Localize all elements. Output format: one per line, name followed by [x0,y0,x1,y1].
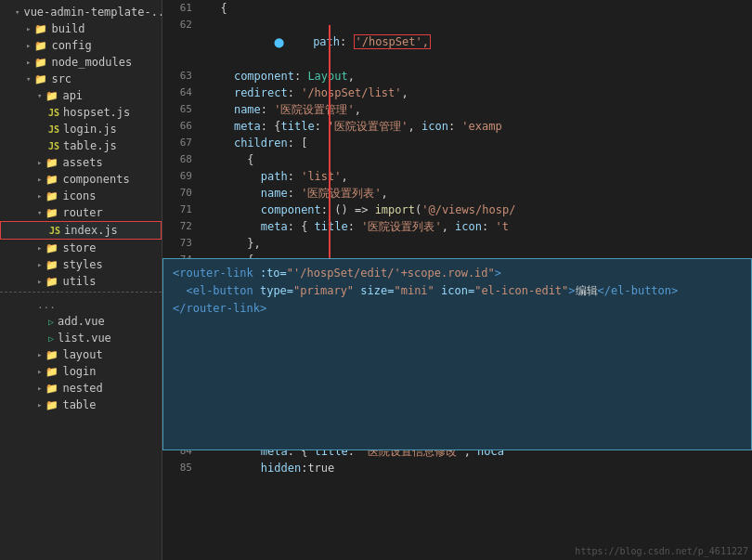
file-label: hospset.js [63,106,130,119]
sidebar-item-config[interactable]: ▸ 📁 config [0,37,162,54]
file-explorer: ▾ vue-admin-template-... ▸ 📁 build ▸ 📁 c… [0,0,162,560]
folder-label: api [62,89,83,102]
folder-label: store [62,241,96,254]
code-line-68: 68 { [162,151,752,168]
chevron-right-icon: ▸ [26,58,31,67]
sidebar-item-views[interactable]: ... [0,297,162,313]
folder-label: node_modules [51,56,132,69]
code-area-top: 61 { 62 ⬤ path: '/hospSet', 63 component… [162,0,752,560]
chevron-right-icon: ▸ [37,367,42,376]
code-line-69: 69 path: 'list', [162,168,752,185]
folder-icon: 📁 [45,276,58,288]
code-line-70: 70 name: '医院设置列表', [162,185,752,202]
tooltip-line-3: </router-link> [173,300,742,318]
chevron-right-icon: ▸ [37,277,42,286]
sidebar-item-node-modules[interactable]: ▸ 📁 node_modules [0,54,162,71]
sidebar-item-styles[interactable]: ▸ 📁 styles [0,256,162,273]
code-line-72: 72 meta: { title: '医院设置列表', icon: 't [162,218,752,235]
sidebar-item-assets[interactable]: ▸ 📁 assets [0,154,162,171]
folder-icon: 📁 [45,207,58,219]
code-line-62: 62 ⬤ path: '/hospSet', [162,17,752,68]
file-label: add.vue [58,315,105,328]
file-label: index.js [64,224,118,237]
folder-label: components [62,173,129,186]
sidebar-root[interactable]: ▾ vue-admin-template-... [0,4,162,20]
code-line-71: 71 component: () => import('@/views/hosp… [162,202,752,218]
sidebar-item-src[interactable]: ▾ 📁 src [0,71,162,87]
chevron-right-icon: ▸ [37,400,42,410]
folder-icon: 📁 [45,383,58,395]
js-file-icon: JS [48,108,59,118]
vue-file-icon: ▷ [48,317,54,327]
sidebar-item-login[interactable]: ▸ 📁 login [0,363,162,380]
chevron-right-icon: ▸ [37,175,42,184]
folder-icon: 📁 [34,57,47,69]
chevron-right-icon: ▸ [26,41,31,50]
chevron-right-icon: ▸ [26,24,31,33]
folder-icon: 📁 [45,242,58,254]
sidebar-item-add-vue[interactable]: ▷ add.vue [0,313,162,330]
folder-icon: 📁 [45,259,58,271]
tooltip-line-1: <router-link :to="'/hospSet/edit/'+scope… [173,265,742,282]
chevron-right-icon: ▸ [37,243,42,253]
watermark: https://blog.csdn.net/p_4611227 [575,546,748,556]
code-line-67: 67 children: [ [162,135,752,151]
folder-icon: 📁 [45,349,58,361]
code-line-61: 61 { [162,0,752,17]
code-editor: 61 { 62 ⬤ path: '/hospSet', 63 component… [162,0,752,560]
sidebar-item-nested[interactable]: ▸ 📁 nested [0,380,162,397]
folder-label: styles [62,258,102,271]
code-line-73: 73 }, [162,235,752,252]
folder-icon: 📁 [45,399,58,411]
folder-label: login [62,365,96,378]
sidebar-item-utils[interactable]: ▸ 📁 utils [0,273,162,290]
sidebar-item-icons[interactable]: ▸ 📁 icons [0,188,162,204]
sidebar-item-list-vue[interactable]: ▷ list.vue [0,330,162,346]
folder-label: assets [62,156,102,169]
code-lines-top: 61 { 62 ⬤ path: '/hospSet', 63 component… [162,0,752,302]
code-line-64: 64 redirect: '/hospSet/list', [162,85,752,101]
folder-label: src [51,72,71,85]
chevron-down-icon: ▾ [37,208,42,217]
folder-icon: 📁 [45,90,58,102]
js-file-icon: JS [48,141,59,151]
sidebar-item-router[interactable]: ▾ 📁 router [0,204,162,221]
sidebar-item-store[interactable]: ▸ 📁 store [0,240,162,256]
folder-label: layout [62,348,102,361]
sidebar-item-hospset[interactable]: JS hospset.js [0,104,162,121]
chevron-right-icon: ▸ [37,191,42,201]
folder-icon: 📁 [34,73,47,85]
sidebar-item-layout[interactable]: ▸ 📁 layout [0,346,162,363]
chevron-right-icon: ▸ [37,260,42,269]
tooltip-popup: <router-link :to="'/hospSet/edit/'+scope… [162,258,752,450]
folder-label: config [51,39,91,52]
folder-icon: 📁 [45,190,58,202]
folder-icon: 📁 [34,23,47,35]
sidebar-item-table-js[interactable]: JS table.js [0,137,162,154]
tooltip-line-2: <el-button type="primary" size="mini" ic… [173,282,742,300]
sidebar-item-build[interactable]: ▸ 📁 build [0,20,162,37]
sidebar-item-table[interactable]: ▸ 📁 table [0,397,162,413]
chevron-right-icon: ▸ [37,384,42,393]
root-label: vue-admin-template-... [23,6,162,19]
code-line-63: 63 component: Layout, [162,68,752,85]
js-file-icon: JS [49,226,60,236]
chevron-down-icon: ▾ [15,7,19,17]
file-label: list.vue [58,332,111,345]
sidebar-item-components[interactable]: ▸ 📁 components [0,171,162,188]
sidebar-item-api[interactable]: ▾ 📁 api [0,87,162,104]
file-label: login.js [63,123,117,136]
vue-file-icon: ▷ [48,333,54,344]
chevron-down-icon: ▾ [26,74,31,84]
chevron-down-icon: ▾ [37,91,42,100]
folder-label: router [62,206,102,219]
folder-label: table [62,398,96,411]
code-line-65: 65 name: '医院设置管理', [162,101,752,118]
folder-icon: 📁 [34,40,47,52]
code-line-85: 85 hidden:true [162,460,752,476]
sidebar-item-index-js[interactable]: JS index.js [0,221,162,240]
sidebar-item-login-js[interactable]: JS login.js [0,121,162,137]
file-label: table.js [63,139,117,152]
chevron-right-icon: ▸ [37,350,42,359]
folder-label: build [51,22,84,35]
